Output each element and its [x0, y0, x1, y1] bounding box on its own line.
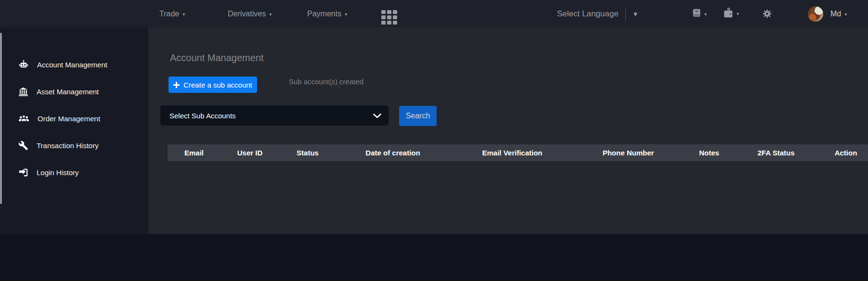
- chevron-down-icon: ▾: [269, 11, 272, 17]
- column-header-2fa-status: 2FA Status: [758, 144, 795, 161]
- wrench-icon: [18, 140, 28, 151]
- wallet-menu[interactable]: ▾: [722, 7, 739, 20]
- nav-derivatives-menu[interactable]: Derivatives ▾: [228, 0, 272, 27]
- chevron-down-icon: ▾: [704, 11, 707, 17]
- book-icon: [691, 8, 702, 19]
- settings-button[interactable]: [762, 9, 772, 19]
- sidebar-item-order-management[interactable]: Order Management: [18, 111, 100, 126]
- apps-grid-icon[interactable]: [381, 10, 397, 25]
- divider: [625, 7, 626, 21]
- sign-in-icon: [18, 167, 28, 178]
- chevron-down-icon: ▾: [182, 11, 185, 17]
- sidebar-item-label: Login History: [37, 168, 79, 177]
- nav-payments-label: Payments: [307, 10, 341, 18]
- sub-accounts-table-header: Email User ID Status Date of creation Em…: [168, 144, 868, 161]
- account-management-screen: Trade ▾ Derivatives ▾ Payments ▾ Select …: [0, 0, 868, 281]
- robot-icon: [18, 59, 29, 70]
- nav-trade-label: Trade: [159, 10, 179, 18]
- column-header-email: Email: [184, 144, 204, 161]
- column-header-action: Action: [835, 144, 857, 161]
- column-header-date-of-creation: Date of creation: [365, 144, 420, 161]
- column-header-email-verification: Email Verification: [482, 144, 542, 161]
- loading-spinner: [331, 82, 339, 90]
- chevron-down-icon: ▾: [737, 10, 739, 16]
- gear-icon: [762, 9, 772, 19]
- nav-derivatives-label: Derivatives: [228, 10, 266, 18]
- page-title: Account Management: [170, 52, 264, 64]
- column-header-notes: Notes: [699, 144, 719, 161]
- sidebar-item-label: Asset Management: [37, 88, 99, 96]
- wallet-icon: [722, 7, 734, 20]
- column-header-phone-number: Phone Number: [603, 144, 654, 161]
- sidebar-item-label: Account Management: [37, 61, 107, 69]
- sub-accounts-created-text: Sub account(s) created: [289, 77, 363, 86]
- search-button[interactable]: Search: [399, 106, 437, 126]
- main-content: Account Management Create a sub account …: [148, 27, 868, 234]
- user-avatar[interactable]: [808, 6, 823, 22]
- user-name: Md: [830, 10, 841, 18]
- chevron-down-icon: ▾: [844, 11, 847, 17]
- sidebar-item-account-management[interactable]: Account Management: [18, 57, 107, 72]
- sidebar-item-transaction-history[interactable]: Transaction History: [18, 138, 99, 153]
- plus-icon: [173, 82, 180, 88]
- footer-area: [0, 234, 868, 281]
- orders-book-menu[interactable]: ▾: [691, 8, 707, 19]
- language-selector[interactable]: Select Language ▼: [557, 0, 638, 27]
- sidebar: Account Management Asset Management: [0, 27, 148, 234]
- nav-trade-menu[interactable]: Trade ▾: [159, 0, 185, 27]
- chevron-down-icon: [373, 114, 381, 118]
- chevron-down-icon: ▾: [345, 11, 347, 17]
- column-header-status: Status: [297, 144, 319, 161]
- sidebar-item-label: Order Management: [38, 115, 100, 123]
- language-selector-label: Select Language: [557, 9, 619, 19]
- column-header-user-id: User ID: [237, 144, 263, 161]
- bank-icon: [18, 87, 28, 97]
- sidebar-item-login-history[interactable]: Login History: [18, 165, 79, 180]
- create-sub-account-label: Create a sub account: [183, 81, 252, 89]
- sidebar-item-label: Transaction History: [37, 141, 99, 150]
- nav-payments-menu[interactable]: Payments ▾: [307, 0, 347, 27]
- language-dropdown-arrow-icon: ▼: [633, 10, 639, 18]
- topbar: Trade ▾ Derivatives ▾ Payments ▾ Select …: [0, 0, 868, 27]
- users-icon: [18, 113, 29, 124]
- sidebar-item-asset-management[interactable]: Asset Management: [18, 84, 99, 99]
- sidebar-scrollbar[interactable]: [0, 33, 2, 204]
- create-sub-account-button[interactable]: Create a sub account: [168, 77, 257, 93]
- sub-accounts-select-value: Select Sub Accounts: [169, 112, 236, 120]
- sub-accounts-select[interactable]: Select Sub Accounts: [160, 105, 389, 126]
- user-menu[interactable]: Md ▾: [830, 0, 847, 27]
